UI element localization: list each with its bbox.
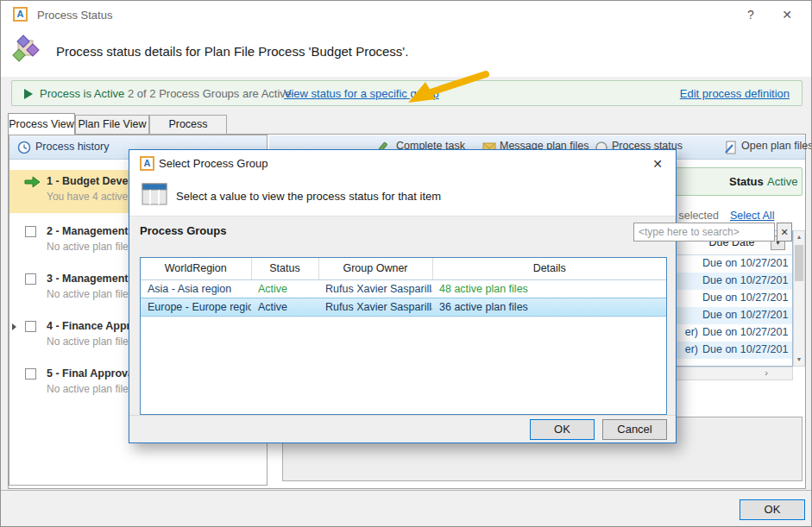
step-checkbox[interactable]: [25, 273, 36, 285]
edit-process-definition-link[interactable]: Edit process definition: [680, 87, 790, 100]
due-date-value: Due on 10/27/201: [702, 257, 789, 269]
details-cell[interactable]: 36 active plan files: [432, 298, 666, 316]
process-active-label: Process is Active: [40, 87, 124, 100]
column-header-details[interactable]: Details: [432, 258, 666, 279]
toolbar-item-label: Open plan files: [741, 140, 812, 152]
history-item-label: 2 - Management: [47, 225, 128, 237]
close-button[interactable]: ✕: [776, 5, 798, 24]
history-item-label: 5 - Final Approval: [47, 367, 136, 380]
open-plan-files-icon: [724, 141, 738, 154]
view-status-group-link[interactable]: View status for a specific group: [284, 87, 439, 100]
dialog-footer: [1, 490, 811, 526]
history-item-subtext: No active plan file: [47, 383, 129, 395]
owner-cell[interactable]: Rufus Xavier Sasparilla: [318, 279, 432, 298]
vertical-scrollbar[interactable]: ▲ ▼: [793, 230, 805, 367]
process-groups-label: Process Groups: [140, 224, 226, 237]
due-date-value: Due on 10/27/201: [702, 274, 789, 286]
tab-process-groups[interactable]: Process Groups: [149, 115, 227, 135]
column-header-worldregion[interactable]: WorldRegion: [141, 258, 251, 279]
scroll-right-button[interactable]: ›: [759, 367, 773, 380]
region-cell[interactable]: Asia - Asia region: [141, 279, 251, 298]
dialog-description: Process status details for Plan File Pro…: [56, 44, 408, 59]
tab-process-view[interactable]: Process View: [8, 113, 75, 135]
group-status-label: Status: [729, 175, 764, 188]
history-item-subtext: No active plan file: [47, 241, 129, 253]
toolbar-item-open-plan-files[interactable]: Open plan files: [724, 140, 812, 155]
clear-search-button[interactable]: ✕: [777, 223, 792, 242]
step-checkbox[interactable]: [25, 226, 36, 237]
history-item-subtext: No active plan file: [47, 288, 129, 300]
app-icon: A: [140, 156, 154, 171]
expander-icon[interactable]: [12, 323, 16, 330]
history-item-subtext: You have 4 active: [47, 191, 128, 203]
app-icon: A: [13, 7, 28, 22]
window-title: Process Status: [37, 9, 112, 22]
region-cell[interactable]: Europe - Europe region: [141, 298, 251, 316]
play-icon: [24, 89, 33, 99]
history-item-label: 1 - Budget Develo: [47, 175, 138, 187]
status-cell[interactable]: Active: [251, 279, 318, 298]
owner-fragment: er): [676, 326, 698, 338]
current-step-arrow-icon: [24, 176, 41, 188]
modal-cancel-button[interactable]: Cancel: [602, 419, 667, 440]
scroll-up-button[interactable]: ▲: [794, 231, 804, 243]
modal-close-button[interactable]: ✕: [648, 155, 667, 173]
process-status-bar: Process is Active 2 of 2 Process Groups …: [11, 80, 803, 106]
select-all-link[interactable]: Select All: [730, 210, 774, 222]
process-group-row-europe-europe-region[interactable]: Europe - Europe regionActiveRufus Xavier…: [141, 298, 666, 316]
column-header-status[interactable]: Status: [251, 258, 318, 279]
tab-plan-file-view[interactable]: Plan File View: [75, 115, 149, 135]
help-button[interactable]: ?: [740, 5, 762, 24]
process-history-title: Process history: [35, 141, 109, 153]
modal-ok-button[interactable]: OK: [530, 419, 595, 440]
search-input[interactable]: [633, 223, 775, 242]
status-cell[interactable]: Active: [251, 298, 318, 316]
owner-fragment: er): [676, 343, 698, 355]
due-date-value: Due on 10/27/201: [702, 309, 789, 321]
details-cell[interactable]: 48 active plan files: [432, 279, 666, 298]
history-item-subtext: No active plan file: [47, 336, 129, 348]
process-group-row-asia-asia-region[interactable]: Asia - Asia regionActiveRufus Xavier Sas…: [141, 279, 666, 298]
scrollbar-thumb[interactable]: [795, 245, 803, 281]
modal-subtitle: Select a value to view the process statu…: [176, 190, 441, 203]
history-item-label: 4 - Finance Appro: [47, 320, 137, 332]
step-checkbox[interactable]: [25, 368, 36, 380]
select-process-group-dialog: A Select Process Group ✕ Select a value …: [129, 149, 677, 443]
due-date-value: Due on 10/27/201: [702, 292, 789, 304]
table-select-icon: [142, 183, 167, 205]
group-status-value: Active: [767, 175, 797, 188]
clock-icon: [17, 141, 31, 154]
due-date-value: Due on 10/27/201: [702, 326, 789, 338]
modal-title: Select Process Group: [159, 157, 268, 170]
process-diagram-icon: [11, 34, 41, 63]
process-status-window: A Process Status ? ✕ Process status deta…: [0, 0, 812, 527]
groups-active-summary: 2 of 2 Process Groups are Active: [128, 87, 292, 100]
due-date-value: Due on 10/27/201: [702, 343, 789, 355]
process-groups-table: WorldRegionStatusGroup OwnerDetails Asia…: [140, 257, 667, 415]
column-header-group-owner[interactable]: Group Owner: [318, 258, 432, 279]
step-checkbox[interactable]: [25, 321, 36, 332]
ok-button[interactable]: OK: [740, 499, 805, 520]
history-item-label: 3 - Management: [47, 273, 128, 285]
owner-cell[interactable]: Rufus Xavier Sasparilla: [318, 298, 432, 316]
scroll-down-button[interactable]: ▼: [794, 354, 804, 366]
